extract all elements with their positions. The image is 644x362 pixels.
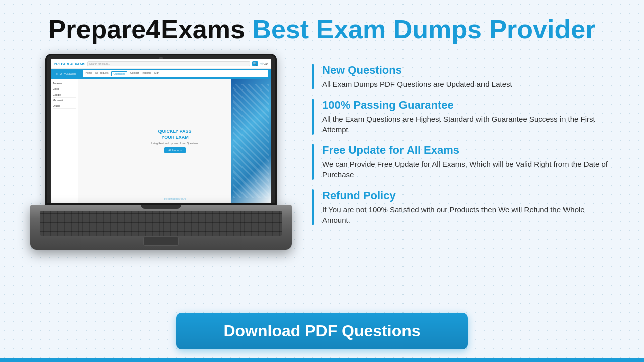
features-section: New Questions All Exam Dumps PDF Questio…: [312, 59, 614, 234]
mockup-nav-vendor: ≡ TOP VENDORS: [54, 71, 79, 76]
mockup-all-products-btn: All Products: [164, 147, 186, 153]
mockup-body: Amazon Cisco Google Microsoft Oracle QUI…: [51, 79, 271, 203]
mockup-nav: ≡ TOP VENDORS Home All Products Guarante…: [51, 69, 271, 79]
main-content: PREPARE4EXAMS Search for exam... 🔍 🛒 Car…: [30, 59, 614, 303]
laptop-screen-outer: PREPARE4EXAMS Search for exam... 🔍 🛒 Car…: [45, 54, 277, 205]
mockup-sidebar: Amazon Cisco Google Microsoft Oracle: [51, 79, 78, 203]
feature-content: New Questions All Exam Dumps PDF Questio…: [322, 64, 614, 89]
laptop-wrapper: PREPARE4EXAMS Search for exam... 🔍 🛒 Car…: [30, 54, 292, 250]
feature-title-passing-guarantee: 100% Passing Guarantee: [322, 99, 614, 112]
mockup-watermark: PREPARE4EXAMS: [164, 198, 186, 201]
feature-border: [312, 64, 314, 89]
feature-passing-guarantee: 100% Passing Guarantee All the Exam Ques…: [312, 99, 614, 135]
laptop-touchpad: [143, 237, 179, 246]
mockup-search-btn: 🔍: [252, 61, 258, 66]
feature-desc-refund-policy: If You are not 100% Satisfied with our P…: [322, 204, 614, 225]
feature-desc-free-update: We can Provide Free Update for All Exams…: [322, 159, 614, 180]
feature-title-new-questions: New Questions: [322, 64, 614, 77]
feature-new-questions: New Questions All Exam Dumps PDF Questio…: [312, 64, 614, 89]
feature-title-free-update: Free Update for All Exams: [322, 144, 614, 157]
feature-desc-passing-guarantee: All the Exam Questions are Highest Stand…: [322, 114, 614, 135]
feature-border: [312, 99, 314, 135]
feature-content: Free Update for All Exams We can Provide…: [322, 144, 614, 180]
feature-title-refund-policy: Refund Policy: [322, 189, 614, 202]
download-button[interactable]: Download PDF Questions: [176, 313, 468, 349]
mockup-hero-sub: Using Real and Updated Exam Questions: [151, 142, 198, 145]
mockup-cart: 🛒 Cart: [260, 62, 268, 65]
mockup-header: PREPARE4EXAMS Search for exam... 🔍 🛒 Car…: [51, 59, 271, 69]
feature-content: 100% Passing Guarantee All the Exam Ques…: [322, 99, 614, 135]
laptop-screen-inner: PREPARE4EXAMS Search for exam... 🔍 🛒 Car…: [51, 59, 271, 203]
laptop-illustration: PREPARE4EXAMS Search for exam... 🔍 🛒 Car…: [30, 54, 292, 250]
feature-border: [312, 189, 314, 225]
download-section: Download PDF Questions: [30, 303, 614, 362]
feature-refund-policy: Refund Policy If You are not 100% Satisf…: [312, 189, 614, 225]
mockup-search: Search for exam...: [87, 61, 250, 66]
brand-name: Prepare4Exams: [49, 15, 245, 44]
mockup-hero-text: QUICKLY PASSYOUR EXAM: [158, 129, 192, 140]
feature-border: [312, 144, 314, 180]
feature-content: Refund Policy If You are not 100% Satisf…: [322, 189, 614, 225]
mockup-logo: PREPARE4EXAMS: [54, 62, 85, 66]
website-mockup: PREPARE4EXAMS Search for exam... 🔍 🛒 Car…: [51, 59, 271, 203]
laptop-keyboard: [40, 211, 282, 236]
header: Prepare4Exams Best Exam Dumps Provider: [30, 15, 614, 44]
tagline: Best Exam Dumps Provider: [252, 15, 595, 44]
feature-desc-new-questions: All Exam Dumps PDF Questions are Updated…: [322, 79, 614, 89]
mockup-main: QUICKLY PASSYOUR EXAM Using Real and Upd…: [78, 79, 271, 203]
feature-free-update: Free Update for All Exams We can Provide…: [312, 144, 614, 180]
page-title: Prepare4Exams Best Exam Dumps Provider: [30, 15, 614, 44]
mockup-product-image: [231, 79, 271, 203]
mockup-nav-links: Home All Products Guarantee Contact Regi…: [83, 70, 268, 77]
page-container: Prepare4Exams Best Exam Dumps Provider P…: [0, 0, 644, 362]
laptop-base: [30, 205, 292, 250]
